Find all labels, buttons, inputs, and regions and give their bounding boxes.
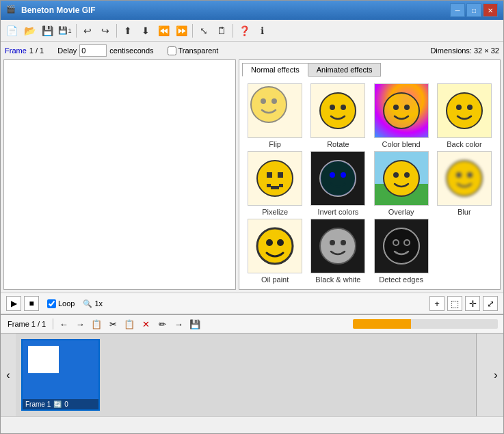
transparent-label: Transparent xyxy=(178,46,219,55)
timeline-delete-btn[interactable]: ✕ xyxy=(138,316,153,331)
delay-input[interactable] xyxy=(79,44,107,57)
svg-point-38 xyxy=(341,240,346,245)
transparent-check-label[interactable]: Transparent xyxy=(168,46,219,55)
effect-overlay[interactable]: Overlay xyxy=(371,151,432,216)
svg-rect-20 xyxy=(271,186,275,189)
effect-colorblend[interactable]: Color blend xyxy=(371,83,432,148)
view-fit-button[interactable]: ⤢ xyxy=(483,296,498,311)
zoom-area: 🔍 1x xyxy=(83,299,103,308)
timeline-save-btn[interactable]: 💾 xyxy=(187,316,202,331)
view-add-button[interactable]: + xyxy=(429,296,445,311)
effect-thumb-detectedges xyxy=(374,219,429,273)
loop-check-label[interactable]: Loop xyxy=(47,299,75,308)
tab-animated-effects[interactable]: Animated effects xyxy=(308,63,382,77)
frames-container: Frame 1 🔄 0 xyxy=(16,334,476,416)
effect-blackwhite[interactable]: Black & white xyxy=(308,219,368,284)
loop-checkbox[interactable] xyxy=(47,299,56,308)
open-button[interactable]: 📂 xyxy=(21,23,38,39)
effect-oilpaint[interactable]: Oil paint xyxy=(245,219,305,284)
new-button[interactable]: 📄 xyxy=(3,23,20,39)
frames-scrollbar[interactable] xyxy=(476,334,488,416)
app-icon: 🎬 xyxy=(6,5,17,16)
timeline-right-btn[interactable]: → xyxy=(72,316,88,331)
close-button[interactable]: ✕ xyxy=(483,3,498,17)
toolbar-sep-1 xyxy=(76,24,77,38)
help-button[interactable]: ❓ xyxy=(236,23,252,39)
minimize-button[interactable]: ─ xyxy=(450,3,465,17)
timeline-export-btn[interactable]: → xyxy=(171,316,186,331)
loop-label: Loop xyxy=(58,299,75,308)
timeline-cut-btn[interactable]: ✂ xyxy=(105,316,120,331)
tab-normal-effects[interactable]: Normal effects xyxy=(242,63,308,77)
svg-rect-18 xyxy=(278,172,283,178)
svg-point-36 xyxy=(320,228,356,264)
properties-button[interactable]: 🗒 xyxy=(213,23,230,39)
frame-thumb-1[interactable]: Frame 1 🔄 0 xyxy=(21,339,100,411)
maximize-button[interactable]: □ xyxy=(466,3,481,17)
effect-flip[interactable]: Flip xyxy=(245,83,305,148)
frame-label: Frame xyxy=(5,46,27,55)
zoom-icon: 🔍 xyxy=(83,299,92,308)
timeline-paste-btn[interactable]: 📋 xyxy=(122,316,137,331)
toolbar-sep-3 xyxy=(192,24,193,38)
effect-label-detectedges: Detect edges xyxy=(379,275,423,284)
frame-prev-button[interactable]: ⏪ xyxy=(155,23,172,39)
stop-button[interactable]: ■ xyxy=(24,296,39,311)
timeline-copy-btn[interactable]: 📋 xyxy=(89,316,104,331)
effect-label-overlay: Overlay xyxy=(388,208,414,216)
resize-button[interactable]: ⤡ xyxy=(196,23,212,39)
effect-rotate[interactable]: Rotate xyxy=(308,83,368,148)
svg-point-14 xyxy=(456,105,462,110)
frame-white-rect xyxy=(28,346,59,373)
effect-thumb-rotate xyxy=(310,83,365,138)
timeline-left-btn[interactable]: ← xyxy=(56,316,71,331)
import-frame-button[interactable]: ⬆ xyxy=(120,23,136,39)
about-button[interactable]: ℹ xyxy=(254,23,270,39)
dimensions-label: Dimensions: 32 × 32 xyxy=(430,46,499,55)
effect-label-colorblend: Color blend xyxy=(382,140,420,148)
centiseconds-label: centiseconds xyxy=(109,46,153,55)
svg-point-30 xyxy=(447,161,482,196)
svg-point-10 xyxy=(384,93,419,128)
svg-point-31 xyxy=(456,172,462,178)
window-controls: ─ □ ✕ xyxy=(450,3,498,17)
frame-number: 1 / 1 xyxy=(29,46,44,55)
effect-thumb-blur xyxy=(437,151,492,206)
effect-blur[interactable]: Blur xyxy=(434,151,494,216)
save-numbered-button[interactable]: 💾1 xyxy=(57,23,73,39)
svg-point-16 xyxy=(257,161,293,196)
view-move-button[interactable]: ✛ xyxy=(465,296,480,311)
redo-button[interactable]: ↪ xyxy=(97,23,114,39)
export-frame-button[interactable]: ⬇ xyxy=(137,23,154,39)
status-bar xyxy=(1,416,503,430)
play-button[interactable]: ▶ xyxy=(6,296,21,311)
svg-point-12 xyxy=(404,105,410,110)
main-panels: Normal effects Animated effects xyxy=(1,59,503,290)
effect-invertcolors[interactable]: Invert colors xyxy=(308,151,368,216)
save-button[interactable]: 💾 xyxy=(39,23,55,39)
effect-label-invertcolors: Invert colors xyxy=(317,208,358,216)
effect-backcolor[interactable]: Back color xyxy=(434,83,494,148)
effect-label-backcolor: Back color xyxy=(447,140,481,148)
svg-point-13 xyxy=(447,93,482,128)
zoom-level: 1x xyxy=(94,299,103,308)
svg-rect-21 xyxy=(275,186,279,189)
svg-point-35 xyxy=(277,239,284,246)
frame-next-button[interactable]: ⏩ xyxy=(173,23,189,39)
effect-pixelize[interactable]: Pixelize xyxy=(245,151,305,216)
frames-nav-left[interactable]: ‹ xyxy=(1,334,16,416)
effect-detectedges[interactable]: Detect edges xyxy=(371,219,432,284)
transparent-checkbox[interactable] xyxy=(168,46,176,55)
frame-footer-icon: 🔄 xyxy=(53,401,62,408)
frames-nav-right[interactable]: › xyxy=(488,334,503,416)
frame-footer-label: Frame 1 xyxy=(25,401,51,408)
effects-grid: Flip Rotate xyxy=(242,81,497,286)
view-select-button[interactable]: ⬚ xyxy=(447,296,462,311)
undo-button[interactable]: ↩ xyxy=(79,23,96,39)
timeline-progress-bar xyxy=(353,319,498,329)
timeline-edit-btn[interactable]: ✏ xyxy=(155,316,170,331)
svg-point-9 xyxy=(341,105,346,110)
effect-label-blur: Blur xyxy=(457,208,471,216)
effect-label-pixelize: Pixelize xyxy=(262,208,288,216)
frame-info-bar: Frame 1 / 1 Delay centiseconds Transpare… xyxy=(1,42,503,59)
